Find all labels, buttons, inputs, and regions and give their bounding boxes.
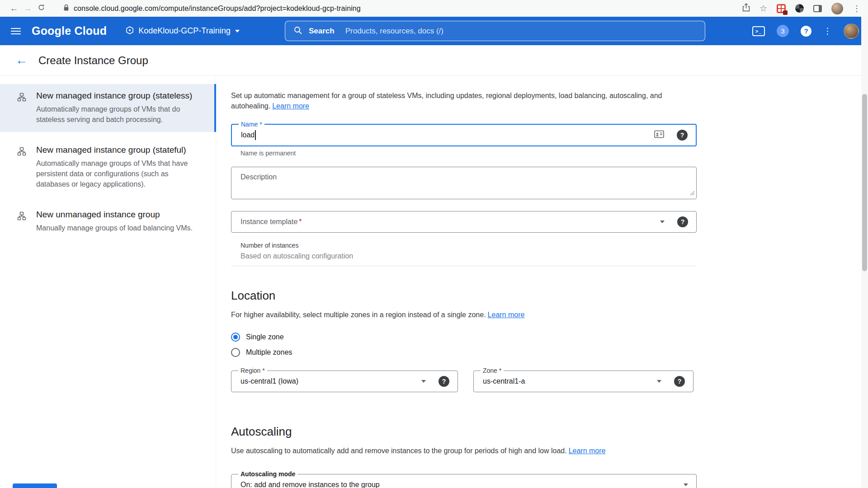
browser-actions: ☆ ⋮ bbox=[742, 3, 861, 14]
intro-text: Set up automatic management for a group … bbox=[231, 90, 666, 111]
learn-more-link[interactable]: Learn more bbox=[272, 102, 309, 110]
page-title: Create Instance Group bbox=[38, 54, 148, 67]
lock-icon bbox=[63, 4, 69, 13]
instance-group-icon bbox=[17, 210, 27, 233]
dropdown-caret-icon[interactable] bbox=[421, 380, 426, 385]
number-of-instances-label: Number of instances bbox=[241, 242, 697, 249]
autoscaling-learn-more-link[interactable]: Learn more bbox=[569, 447, 606, 455]
name-input-value[interactable]: load bbox=[241, 131, 255, 139]
share-icon[interactable] bbox=[742, 3, 750, 14]
project-icon bbox=[126, 26, 134, 36]
instance-template-label: Instance template bbox=[241, 218, 297, 225]
zone-help-icon[interactable]: ? bbox=[674, 376, 685, 387]
location-heading: Location bbox=[231, 289, 697, 303]
project-name: KodeKloud-GCP-Training bbox=[138, 26, 230, 36]
single-zone-option[interactable]: Single zone bbox=[231, 333, 697, 342]
gcp-app-bar: Google Cloud KodeKloud-GCP-Training Sear… bbox=[0, 17, 868, 45]
url-text[interactable]: console.cloud.google.com/compute/instanc… bbox=[74, 5, 361, 13]
help-icon[interactable]: ? bbox=[801, 26, 811, 37]
address-bar[interactable]: console.cloud.google.com/compute/instanc… bbox=[63, 4, 734, 13]
autoscaling-description: Use autoscaling to automatically add and… bbox=[231, 446, 697, 456]
sidebar-item-title: New unmanaged instance group bbox=[36, 210, 193, 220]
dropdown-caret-icon[interactable] bbox=[660, 221, 665, 225]
number-of-instances-value: Based on autoscaling configuration bbox=[241, 252, 697, 260]
instance-group-icon bbox=[17, 91, 27, 125]
gcp-header-actions: >_ 3 ? ⋮ bbox=[752, 17, 859, 45]
browser-toolbar: ← → console.cloud.google.com/compute/ins… bbox=[0, 0, 868, 17]
search-bar[interactable]: Search Products, resources, docs (/) bbox=[285, 21, 705, 41]
pinwheel-extension-icon[interactable] bbox=[795, 4, 804, 13]
number-of-instances-field: Number of instances Based on autoscaling… bbox=[231, 240, 697, 266]
sidebar: New managed instance group (stateless) A… bbox=[0, 76, 216, 488]
zone-select[interactable]: Zone * us-central1-a ? bbox=[473, 371, 693, 392]
location-learn-more-link[interactable]: Learn more bbox=[488, 311, 525, 319]
instance-group-icon bbox=[17, 145, 27, 189]
sidebar-item-title: New managed instance group (stateless) bbox=[36, 91, 202, 101]
sidebar-item-title: New managed instance group (stateful) bbox=[36, 145, 202, 155]
location-description: For higher availability, select multiple… bbox=[231, 310, 697, 320]
extension-badge bbox=[783, 10, 788, 15]
reload-icon bbox=[38, 4, 45, 11]
radio-selected-icon[interactable] bbox=[231, 333, 240, 342]
main-menu-icon[interactable] bbox=[11, 26, 21, 36]
browser-reload-button[interactable] bbox=[34, 4, 48, 14]
dropdown-caret-icon[interactable] bbox=[657, 380, 661, 385]
cloud-shell-icon[interactable]: >_ bbox=[752, 26, 765, 36]
create-button[interactable] bbox=[13, 483, 57, 488]
description-field[interactable]: Description bbox=[231, 167, 697, 199]
name-helper-text: Name is permanent bbox=[241, 150, 697, 157]
scrollbar-thumb[interactable] bbox=[862, 94, 867, 271]
dropdown-caret-icon[interactable] bbox=[684, 483, 688, 488]
google-cloud-logo: Google Cloud bbox=[32, 24, 107, 38]
sidebar-item-description: Automatically manage groups of VMs that … bbox=[36, 158, 202, 189]
browser-profile-avatar[interactable] bbox=[831, 3, 843, 14]
sidebar-item-stateless[interactable]: New managed instance group (stateless) A… bbox=[0, 84, 216, 132]
autoscaling-heading: Autoscaling bbox=[231, 425, 697, 439]
autoscaling-mode-select[interactable]: Autoscaling mode On: add and remove inst… bbox=[231, 474, 697, 488]
side-panel-icon[interactable] bbox=[813, 5, 822, 12]
sidebar-item-description: Manually manage groups of load balancing… bbox=[36, 223, 193, 233]
contact-card-icon[interactable] bbox=[654, 130, 664, 140]
content-area: New managed instance group (stateless) A… bbox=[0, 76, 868, 488]
multiple-zones-option[interactable]: Multiple zones bbox=[231, 348, 697, 357]
single-zone-label: Single zone bbox=[246, 333, 284, 341]
project-selector[interactable]: KodeKloud-GCP-Training bbox=[126, 26, 239, 36]
name-field[interactable]: Name * load ? bbox=[231, 124, 697, 146]
sidebar-item-unmanaged[interactable]: New unmanaged instance group Manually ma… bbox=[0, 203, 216, 240]
instance-template-select[interactable]: Instance template* ? bbox=[231, 211, 697, 233]
red-extension-icon[interactable] bbox=[777, 4, 786, 13]
description-placeholder: Description bbox=[241, 173, 277, 181]
region-select[interactable]: Region * us-central1 (Iowa) ? bbox=[231, 371, 458, 392]
browser-back-button[interactable]: ← bbox=[7, 4, 21, 14]
name-help-icon[interactable]: ? bbox=[677, 130, 688, 141]
scrollbar-track bbox=[861, 17, 868, 488]
chevron-down-icon bbox=[235, 30, 240, 35]
sidebar-item-stateful[interactable]: New managed instance group (stateful) Au… bbox=[0, 138, 216, 197]
browser-forward-button[interactable]: → bbox=[21, 4, 34, 14]
sidebar-item-description: Automatically manage groups of VMs that … bbox=[36, 104, 202, 125]
zone-label: Zone * bbox=[481, 367, 504, 374]
instance-template-help-icon[interactable]: ? bbox=[677, 216, 688, 227]
autoscaling-mode-value: On: add and remove instances to the grou… bbox=[241, 481, 380, 488]
name-label: Name * bbox=[239, 121, 264, 128]
zone-value: us-central1-a bbox=[483, 377, 525, 385]
page-header: ← Create Instance Group bbox=[0, 45, 868, 76]
search-placeholder: Products, resources, docs (/) bbox=[345, 27, 443, 36]
required-asterisk: * bbox=[299, 218, 302, 225]
region-value: us-central1 (Iowa) bbox=[241, 377, 298, 385]
create-form: Set up automatic management for a group … bbox=[231, 76, 697, 488]
multiple-zones-label: Multiple zones bbox=[246, 348, 292, 357]
notifications-badge[interactable]: 3 bbox=[777, 25, 789, 37]
search-icon bbox=[293, 26, 302, 37]
bookmark-star-icon[interactable]: ☆ bbox=[760, 3, 767, 14]
header-overflow-menu-icon[interactable]: ⋮ bbox=[823, 26, 832, 36]
region-help-icon[interactable]: ? bbox=[439, 376, 449, 387]
search-label: Search bbox=[309, 27, 335, 36]
text-cursor bbox=[255, 130, 256, 140]
radio-unselected-icon[interactable] bbox=[231, 348, 240, 357]
browser-menu-icon[interactable]: ⋮ bbox=[853, 4, 861, 14]
user-avatar[interactable] bbox=[844, 23, 859, 39]
region-label: Region * bbox=[238, 367, 267, 374]
page-back-button[interactable]: ← bbox=[15, 54, 28, 66]
resize-handle-icon[interactable] bbox=[690, 189, 695, 197]
